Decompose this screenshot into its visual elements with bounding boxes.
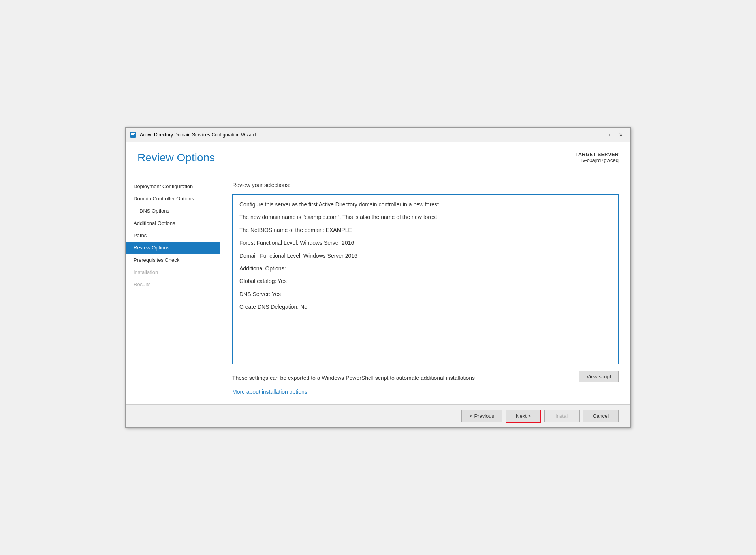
sidebar-item-paths[interactable]: Paths	[126, 229, 220, 242]
title-bar: Active Directory Domain Services Configu…	[126, 128, 630, 142]
footer: < Previous Next > Install Cancel	[126, 404, 630, 427]
target-server-name: iv-c0ajrd7gwceq	[575, 157, 619, 163]
sidebar-item-review-options[interactable]: Review Options	[126, 242, 220, 254]
minimize-button[interactable]: —	[590, 131, 601, 139]
header: Review Options TARGET SERVER iv-c0ajrd7g…	[126, 142, 630, 172]
sidebar-item-domain-controller-options[interactable]: Domain Controller Options	[126, 193, 220, 205]
wizard-window: Active Directory Domain Services Configu…	[125, 127, 631, 428]
svg-rect-2	[131, 134, 134, 135]
selection-item: Global catalog: Yes	[239, 277, 611, 285]
next-button[interactable]: Next >	[506, 410, 541, 423]
selection-item: Create DNS Delegation: No	[239, 302, 611, 311]
window-title: Active Directory Domain Services Configu…	[140, 132, 587, 138]
maximize-button[interactable]: □	[603, 131, 614, 139]
svg-rect-3	[131, 136, 134, 136]
content-area: Review your selections: Configure this s…	[220, 172, 630, 404]
sidebar-item-prerequisites-check[interactable]: Prerequisites Check	[126, 254, 220, 266]
window-controls: — □ ✕	[590, 131, 626, 139]
review-label: Review your selections:	[232, 182, 619, 188]
app-icon	[130, 131, 137, 138]
previous-button[interactable]: < Previous	[461, 410, 502, 422]
sidebar: Deployment ConfigurationDomain Controlle…	[126, 172, 220, 404]
close-button[interactable]: ✕	[615, 131, 626, 139]
selections-box[interactable]: Configure this server as the first Activ…	[232, 194, 619, 364]
sidebar-item-results: Results	[126, 278, 220, 291]
target-server-label: TARGET SERVER	[575, 151, 619, 157]
target-server-info: TARGET SERVER iv-c0ajrd7gwceq	[575, 151, 619, 163]
page-title: Review Options	[137, 151, 215, 164]
selection-item: Domain Functional Level: Windows Server …	[239, 251, 611, 260]
selection-item: DNS Server: Yes	[239, 290, 611, 298]
sidebar-item-additional-options[interactable]: Additional Options	[126, 217, 220, 229]
sidebar-item-installation: Installation	[126, 266, 220, 278]
selection-item: The new domain name is "example.com". Th…	[239, 213, 611, 221]
svg-rect-1	[131, 133, 135, 134]
main-content: Deployment ConfigurationDomain Controlle…	[126, 172, 630, 404]
install-button[interactable]: Install	[544, 410, 580, 422]
cancel-button[interactable]: Cancel	[583, 410, 619, 422]
export-section: These settings can be exported to a Wind…	[232, 371, 619, 382]
selection-item: Forest Functional Level: Windows Server …	[239, 238, 611, 247]
sidebar-item-deployment-configuration[interactable]: Deployment Configuration	[126, 180, 220, 193]
export-text: These settings can be exported to a Wind…	[232, 374, 475, 382]
selection-item: Additional Options:	[239, 264, 611, 273]
more-about-link[interactable]: More about installation options	[232, 389, 307, 395]
view-script-button[interactable]: View script	[579, 371, 619, 382]
selection-item: Configure this server as the first Activ…	[239, 200, 611, 209]
selection-item: The NetBIOS name of the domain: EXAMPLE	[239, 226, 611, 234]
more-link-container: More about installation options	[232, 389, 619, 395]
sidebar-item-dns-options[interactable]: DNS Options	[126, 205, 220, 217]
